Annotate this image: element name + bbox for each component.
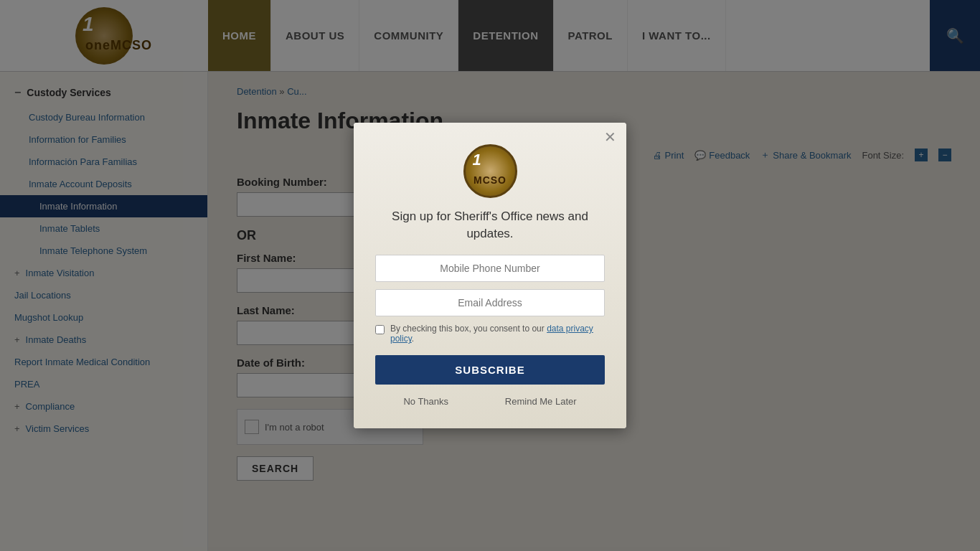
modal-remind-me-button[interactable]: Remind Me Later bbox=[505, 396, 577, 407]
modal-footer: No Thanks Remind Me Later bbox=[375, 396, 605, 407]
modal-logo: 1 MCSO bbox=[447, 144, 533, 198]
modal-overlay: ✕ 1 MCSO Sign up for Sheriff's Office ne… bbox=[0, 0, 980, 551]
modal-content: 1 MCSO Sign up for Sheriff's Office news… bbox=[375, 144, 605, 408]
modal-consent-checkbox[interactable] bbox=[375, 325, 385, 334]
subscription-modal: ✕ 1 MCSO Sign up for Sheriff's Office ne… bbox=[354, 123, 626, 429]
modal-consent-text: By checking this box, you consent to our… bbox=[390, 324, 605, 344]
modal-title: Sign up for Sheriff's Office news and up… bbox=[375, 208, 605, 242]
modal-consent-area: By checking this box, you consent to our… bbox=[375, 324, 605, 344]
modal-no-thanks-button[interactable]: No Thanks bbox=[403, 396, 448, 407]
modal-logo-circle: 1 MCSO bbox=[463, 144, 517, 198]
modal-close-button[interactable]: ✕ bbox=[604, 130, 616, 144]
modal-subscribe-button[interactable]: SUBSCRIBE bbox=[375, 355, 605, 385]
modal-logo-one: 1 bbox=[473, 151, 481, 169]
modal-email-input[interactable] bbox=[375, 289, 605, 316]
modal-phone-input[interactable] bbox=[375, 255, 605, 282]
modal-logo-mcso: MCSO bbox=[473, 174, 507, 186]
